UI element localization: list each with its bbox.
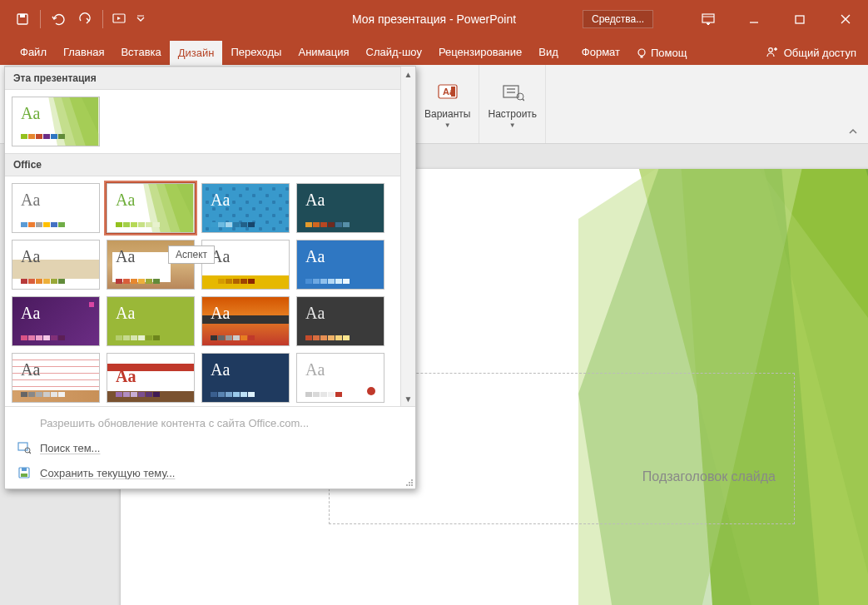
theme-thumb[interactable]: Aa bbox=[296, 240, 384, 290]
svg-point-19 bbox=[517, 93, 523, 100]
maximize-icon bbox=[794, 13, 806, 25]
svg-point-12 bbox=[768, 48, 772, 52]
save-button[interactable] bbox=[10, 7, 35, 32]
ribbon-group-customize: Настроить ▼ bbox=[479, 65, 546, 143]
svg-point-39 bbox=[409, 482, 410, 484]
svg-rect-11 bbox=[641, 56, 643, 58]
ribbon-display-icon bbox=[702, 13, 715, 25]
customize-button[interactable]: Настроить ▼ bbox=[484, 77, 540, 132]
svg-line-34 bbox=[29, 452, 31, 454]
share-icon bbox=[766, 46, 779, 59]
save-icon bbox=[16, 12, 29, 26]
tab-format[interactable]: Формат bbox=[573, 40, 628, 65]
gallery-section-office: Office bbox=[5, 153, 400, 176]
window-controls bbox=[685, 0, 868, 37]
theme-thumb[interactable]: Aa bbox=[12, 353, 100, 403]
close-icon bbox=[840, 13, 851, 25]
separator bbox=[102, 10, 103, 28]
redo-button[interactable] bbox=[72, 7, 97, 32]
theme-thumb[interactable]: Aa bbox=[296, 353, 384, 403]
window-title: Моя презентация - PowerPoint bbox=[352, 12, 516, 26]
resize-grip-icon[interactable] bbox=[404, 477, 414, 487]
theme-thumb[interactable]: Aa bbox=[296, 183, 384, 233]
gallery-footer: Разрешить обновление контента с сайта Of… bbox=[5, 406, 415, 488]
scroll-down-button[interactable]: ▼ bbox=[401, 391, 415, 406]
variants-icon: Aa bbox=[435, 80, 460, 105]
chevron-up-icon bbox=[848, 126, 858, 136]
save-theme-button[interactable]: Сохранить текущую тему... bbox=[5, 460, 415, 485]
customize-label: Настроить bbox=[488, 108, 537, 120]
theme-thumb[interactable]: Aa bbox=[12, 296, 100, 346]
maximize-button[interactable] bbox=[776, 0, 822, 37]
variants-label: Варианты bbox=[424, 108, 470, 120]
tools-dropdown[interactable]: Средства... bbox=[583, 10, 653, 28]
save-theme-label: Сохранить текущую тему... bbox=[40, 467, 175, 479]
scroll-up-button[interactable]: ▲ bbox=[401, 67, 415, 82]
theme-thumb[interactable]: Aa bbox=[107, 183, 195, 233]
svg-rect-4 bbox=[702, 14, 714, 22]
search-themes-button[interactable]: Поиск тем... bbox=[5, 435, 415, 460]
svg-rect-32 bbox=[18, 443, 27, 450]
start-slideshow-button[interactable] bbox=[108, 7, 133, 32]
subtitle-placeholder-text: Подзаголовок слайда bbox=[642, 469, 776, 484]
theme-thumb[interactable]: Aa bbox=[107, 353, 195, 403]
theme-thumb[interactable]: Aa bbox=[296, 296, 384, 346]
theme-thumb[interactable]: Aa bbox=[107, 296, 195, 346]
slideshow-icon bbox=[112, 12, 129, 26]
share-button[interactable]: Общий доступ bbox=[754, 41, 868, 65]
ribbon-display-button[interactable] bbox=[685, 0, 731, 37]
svg-rect-15 bbox=[451, 87, 455, 97]
qat-customize-button[interactable] bbox=[135, 7, 146, 32]
quick-access-toolbar bbox=[0, 7, 146, 32]
svg-point-40 bbox=[411, 482, 413, 484]
search-themes-label: Поиск тем... bbox=[40, 442, 100, 454]
svg-rect-18 bbox=[507, 92, 515, 93]
search-themes-icon bbox=[17, 440, 32, 455]
close-button[interactable] bbox=[822, 0, 868, 37]
tab-transitions[interactable]: Переходы bbox=[222, 40, 290, 65]
svg-point-41 bbox=[406, 484, 408, 486]
svg-rect-36 bbox=[22, 468, 27, 471]
tab-file[interactable]: Файл bbox=[12, 40, 55, 65]
undo-button[interactable] bbox=[46, 7, 71, 32]
collapse-ribbon-button[interactable] bbox=[845, 123, 861, 140]
chevron-down-icon bbox=[136, 15, 145, 23]
tab-insert[interactable]: Вставка bbox=[112, 40, 169, 65]
svg-line-20 bbox=[523, 99, 524, 101]
theme-thumb[interactable]: Aa bbox=[201, 183, 290, 233]
bulb-icon bbox=[636, 47, 647, 59]
gallery-scrollbar[interactable]: ▲ ▼ bbox=[400, 67, 415, 406]
ribbon-tabs: Файл Главная Вставка Дизайн Переходы Ани… bbox=[0, 37, 868, 65]
minimize-button[interactable] bbox=[731, 0, 776, 37]
tab-design[interactable]: Дизайн bbox=[170, 41, 223, 65]
tab-home[interactable]: Главная bbox=[55, 40, 112, 65]
tab-animations[interactable]: Анимация bbox=[290, 40, 357, 65]
svg-point-38 bbox=[411, 479, 413, 481]
theme-thumb[interactable]: Aa bbox=[201, 353, 290, 403]
themes-gallery-dropdown: Эта презентация Aa Office AaAaAaAaAaAaAa… bbox=[4, 66, 416, 489]
svg-rect-1 bbox=[20, 14, 25, 17]
save-theme-icon bbox=[17, 465, 32, 480]
theme-thumb[interactable]: Aa bbox=[12, 240, 100, 290]
ribbon-group-variants: Aa Варианты ▼ bbox=[416, 65, 479, 143]
customize-icon bbox=[500, 80, 525, 105]
theme-thumb-current[interactable]: Aa bbox=[12, 97, 100, 146]
tab-slideshow[interactable]: Слайд-шоу bbox=[358, 40, 430, 65]
titlebar: Моя презентация - PowerPoint Средства... bbox=[0, 0, 868, 37]
svg-rect-17 bbox=[507, 88, 515, 90]
gallery-section-this-presentation: Эта презентация bbox=[5, 67, 400, 90]
theme-thumb[interactable]: Aa bbox=[201, 296, 290, 346]
redo-icon bbox=[78, 12, 92, 26]
undo-icon bbox=[51, 12, 66, 26]
chevron-down-icon: ▼ bbox=[444, 121, 451, 129]
tell-me-label: Помощ bbox=[651, 47, 687, 59]
tab-view[interactable]: Вид bbox=[530, 40, 567, 65]
minimize-icon bbox=[748, 13, 760, 25]
svg-point-10 bbox=[638, 49, 645, 56]
share-label: Общий доступ bbox=[784, 47, 856, 59]
tab-review[interactable]: Рецензирование bbox=[430, 40, 530, 65]
variants-button[interactable]: Aa Варианты ▼ bbox=[421, 77, 474, 132]
theme-thumb[interactable]: Aa bbox=[12, 183, 100, 233]
svg-point-43 bbox=[411, 484, 413, 486]
tell-me-button[interactable]: Помощ bbox=[628, 42, 694, 65]
